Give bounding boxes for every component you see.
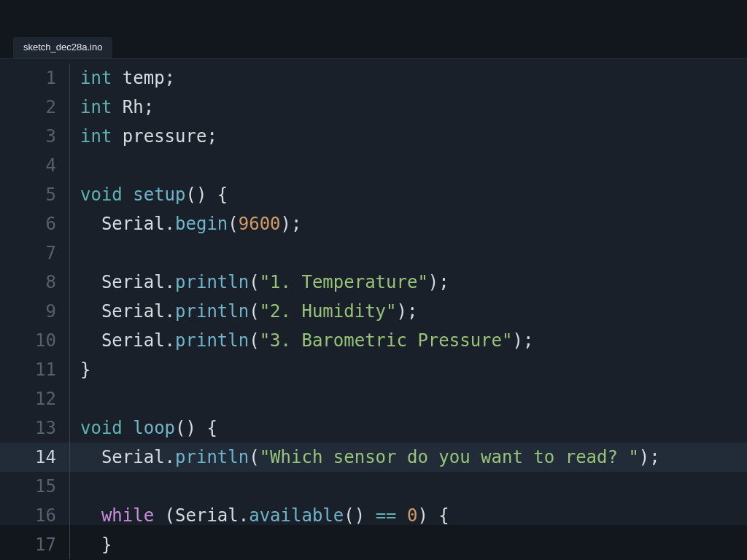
token-type: int bbox=[80, 97, 112, 117]
code-line[interactable]: 1int temp; bbox=[0, 63, 747, 93]
code-line[interactable]: 16 while (Serial.available() == 0) { bbox=[0, 501, 747, 530]
token-func: setup bbox=[133, 184, 185, 205]
token-str: "Which sensor do you want to read? " bbox=[260, 447, 639, 467]
code-content[interactable] bbox=[70, 472, 80, 501]
token-punc: () bbox=[175, 418, 196, 438]
token-punc: () bbox=[344, 505, 365, 526]
token-plain bbox=[112, 97, 122, 117]
code-content[interactable]: } bbox=[70, 530, 112, 559]
token-type: int bbox=[80, 68, 112, 88]
tab-bar: sketch_dec28a.ino bbox=[0, 35, 747, 58]
token-punc: . bbox=[165, 330, 175, 351]
file-tab-label: sketch_dec28a.ino bbox=[23, 42, 102, 52]
token-ident: temp bbox=[123, 68, 165, 88]
token-plain bbox=[80, 330, 101, 351]
token-plain bbox=[80, 447, 101, 467]
token-func: begin bbox=[175, 214, 228, 234]
code-content[interactable] bbox=[70, 151, 80, 180]
token-plain bbox=[123, 418, 133, 438]
token-obj: Serial bbox=[101, 447, 165, 467]
code-line[interactable]: 17 } bbox=[0, 530, 747, 559]
token-punc: . bbox=[165, 214, 175, 234]
token-obj: Serial bbox=[101, 214, 165, 234]
token-plain bbox=[428, 505, 438, 526]
code-line[interactable]: 15 bbox=[0, 472, 747, 501]
line-number: 9 bbox=[0, 297, 70, 326]
line-number: 14 bbox=[0, 443, 70, 472]
code-content[interactable]: while (Serial.available() == 0) { bbox=[70, 501, 449, 530]
line-number: 7 bbox=[0, 238, 70, 268]
code-line[interactable]: 9 Serial.println("2. Humidity"); bbox=[0, 297, 747, 326]
code-line[interactable]: 2int Rh; bbox=[0, 93, 747, 122]
token-punc: . bbox=[165, 272, 175, 292]
code-content[interactable]: Serial.begin(9600); bbox=[70, 209, 301, 238]
token-str: "3. Barometric Pressure" bbox=[260, 330, 513, 351]
token-plain bbox=[196, 418, 206, 438]
code-content[interactable]: void loop() { bbox=[70, 413, 217, 443]
token-punc: } bbox=[101, 534, 112, 555]
token-plain bbox=[80, 505, 101, 526]
token-punc: . bbox=[239, 505, 249, 526]
file-tab[interactable]: sketch_dec28a.ino bbox=[13, 37, 112, 58]
token-plain bbox=[112, 126, 122, 147]
token-punc: ( bbox=[249, 330, 259, 351]
token-func: println bbox=[175, 330, 249, 351]
line-number: 6 bbox=[0, 209, 70, 238]
line-number: 13 bbox=[0, 413, 70, 443]
token-punc: ); bbox=[428, 272, 449, 292]
code-content[interactable] bbox=[70, 384, 80, 413]
token-ident: Rh bbox=[123, 97, 144, 117]
token-obj: Serial bbox=[175, 505, 239, 526]
token-plain bbox=[397, 505, 407, 526]
token-plain bbox=[80, 534, 101, 555]
line-number: 8 bbox=[0, 268, 70, 297]
token-punc: ); bbox=[397, 301, 418, 322]
token-str: "1. Temperature" bbox=[260, 272, 428, 292]
token-punc: ); bbox=[639, 447, 660, 467]
code-line[interactable]: 12 bbox=[0, 384, 747, 413]
token-punc: ); bbox=[512, 330, 533, 351]
line-number: 16 bbox=[0, 501, 70, 530]
token-punc: . bbox=[165, 301, 175, 322]
token-type: void bbox=[80, 418, 123, 438]
line-number: 17 bbox=[0, 530, 70, 559]
token-punc: ; bbox=[144, 97, 154, 117]
code-line[interactable]: 13void loop() { bbox=[0, 413, 747, 443]
code-content[interactable]: Serial.println("Which sensor do you want… bbox=[70, 443, 660, 472]
code-line[interactable]: 14 Serial.println("Which sensor do you w… bbox=[0, 443, 747, 472]
code-line[interactable]: 11} bbox=[0, 355, 747, 384]
code-content[interactable] bbox=[70, 238, 80, 268]
token-ident: pressure bbox=[123, 126, 207, 147]
token-punc: ) bbox=[417, 505, 427, 526]
token-plain bbox=[206, 184, 217, 205]
token-kw: while bbox=[101, 505, 154, 526]
code-line[interactable]: 4 bbox=[0, 151, 747, 180]
code-content[interactable]: Serial.println("3. Barometric Pressure")… bbox=[70, 326, 533, 355]
code-content[interactable]: Serial.println("1. Temperature"); bbox=[70, 268, 449, 297]
code-content[interactable]: int temp; bbox=[70, 63, 175, 93]
token-plain bbox=[365, 505, 375, 526]
code-editor[interactable]: 1int temp;2int Rh;3int pressure;45void s… bbox=[0, 58, 747, 525]
code-line[interactable]: 10 Serial.println("3. Barometric Pressur… bbox=[0, 326, 747, 355]
line-number: 11 bbox=[0, 355, 70, 384]
code-line[interactable]: 6 Serial.begin(9600); bbox=[0, 209, 747, 238]
token-num: 0 bbox=[407, 505, 417, 526]
token-punc: ; bbox=[165, 68, 175, 88]
code-line[interactable]: 3int pressure; bbox=[0, 122, 747, 151]
code-content[interactable]: int Rh; bbox=[70, 93, 154, 122]
token-plain bbox=[80, 301, 101, 322]
token-punc: ; bbox=[206, 126, 217, 147]
token-punc: ( bbox=[249, 272, 259, 292]
token-obj: Serial bbox=[101, 272, 165, 292]
code-content[interactable]: Serial.println("2. Humidity"); bbox=[70, 297, 417, 326]
code-line[interactable]: 8 Serial.println("1. Temperature"); bbox=[0, 268, 747, 297]
code-line[interactable]: 5void setup() { bbox=[0, 180, 747, 209]
token-func: println bbox=[175, 447, 249, 467]
code-content[interactable]: void setup() { bbox=[70, 180, 228, 209]
token-type: void bbox=[80, 184, 123, 205]
code-content[interactable]: int pressure; bbox=[70, 122, 217, 151]
code-content[interactable]: } bbox=[70, 355, 90, 384]
code-line[interactable]: 7 bbox=[0, 238, 747, 268]
token-func: available bbox=[249, 505, 344, 526]
line-number: 10 bbox=[0, 326, 70, 355]
